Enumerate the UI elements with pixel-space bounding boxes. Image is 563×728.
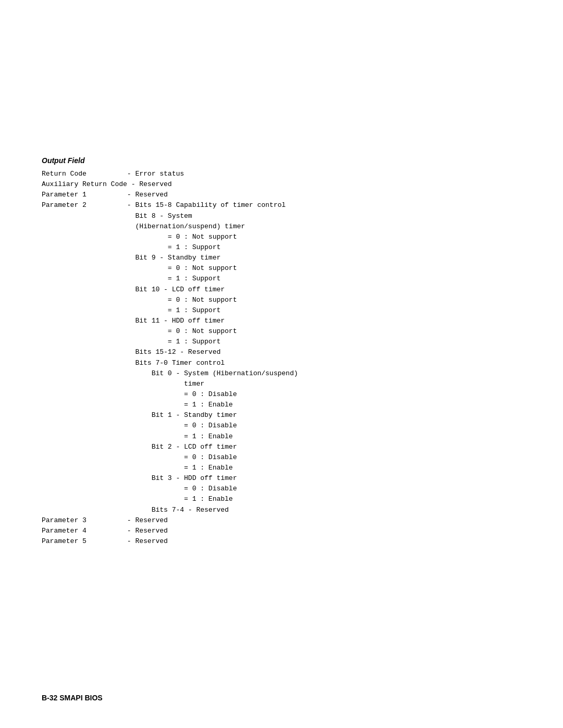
output-field-heading: Output Field (42, 156, 521, 165)
content-block: Return Code - Error status Auxiliary Ret… (42, 169, 521, 547)
page: Output Field Return Code - Error status … (0, 0, 563, 728)
footer-label: B-32 SMAPI BIOS (42, 694, 103, 702)
